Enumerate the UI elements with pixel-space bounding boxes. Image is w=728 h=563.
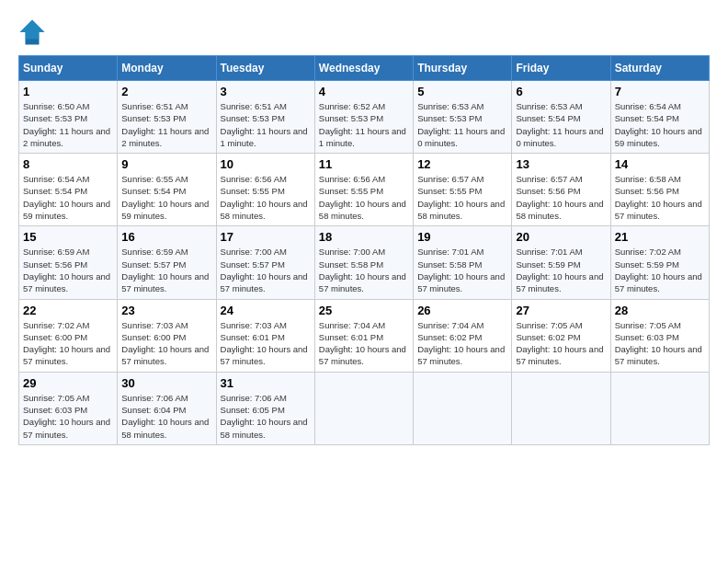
day-number: 10 bbox=[221, 157, 311, 171]
day-number: 3 bbox=[221, 85, 311, 98]
page-header bbox=[18, 18, 710, 46]
day-number: 22 bbox=[23, 304, 113, 317]
day-cell: 31Sunrise: 7:06 AM Sunset: 6:05 PM Dayli… bbox=[216, 372, 314, 444]
day-number: 6 bbox=[516, 85, 606, 98]
day-number: 29 bbox=[23, 376, 113, 390]
day-info: Sunrise: 6:52 AM Sunset: 5:53 PM Dayligh… bbox=[319, 100, 409, 149]
col-header-sunday: Sunday bbox=[19, 56, 118, 81]
day-number: 23 bbox=[121, 304, 211, 317]
day-cell bbox=[314, 372, 413, 444]
day-cell: 27Sunrise: 7:05 AM Sunset: 6:02 PM Dayli… bbox=[512, 299, 610, 372]
week-row-3: 15Sunrise: 6:59 AM Sunset: 5:56 PM Dayli… bbox=[19, 226, 710, 299]
day-cell: 1Sunrise: 6:50 AM Sunset: 5:53 PM Daylig… bbox=[19, 81, 118, 154]
week-row-1: 1Sunrise: 6:50 AM Sunset: 5:53 PM Daylig… bbox=[19, 81, 710, 154]
day-info: Sunrise: 7:05 AM Sunset: 6:02 PM Dayligh… bbox=[516, 319, 606, 368]
day-cell: 25Sunrise: 7:04 AM Sunset: 6:01 PM Dayli… bbox=[314, 299, 413, 372]
day-info: Sunrise: 6:56 AM Sunset: 5:55 PM Dayligh… bbox=[221, 173, 311, 222]
day-number: 11 bbox=[319, 157, 409, 171]
col-header-tuesday: Tuesday bbox=[216, 56, 314, 81]
day-cell: 29Sunrise: 7:05 AM Sunset: 6:03 PM Dayli… bbox=[19, 372, 118, 444]
day-info: Sunrise: 6:50 AM Sunset: 5:53 PM Dayligh… bbox=[23, 100, 113, 149]
day-info: Sunrise: 7:01 AM Sunset: 5:59 PM Dayligh… bbox=[516, 246, 606, 294]
day-number: 4 bbox=[319, 85, 409, 98]
day-number: 13 bbox=[516, 157, 606, 171]
day-info: Sunrise: 7:04 AM Sunset: 6:02 PM Dayligh… bbox=[417, 319, 507, 368]
calendar-table: SundayMondayTuesdayWednesdayThursdayFrid… bbox=[18, 55, 710, 445]
day-info: Sunrise: 7:02 AM Sunset: 6:00 PM Dayligh… bbox=[23, 319, 113, 368]
day-number: 20 bbox=[516, 230, 606, 244]
day-info: Sunrise: 7:02 AM Sunset: 5:59 PM Dayligh… bbox=[615, 246, 705, 294]
day-cell bbox=[414, 372, 512, 444]
day-cell: 19Sunrise: 7:01 AM Sunset: 5:58 PM Dayli… bbox=[414, 226, 512, 299]
day-info: Sunrise: 6:53 AM Sunset: 5:54 PM Dayligh… bbox=[516, 100, 606, 149]
day-number: 28 bbox=[615, 304, 705, 317]
day-info: Sunrise: 7:05 AM Sunset: 6:03 PM Dayligh… bbox=[23, 392, 113, 441]
day-cell: 17Sunrise: 7:00 AM Sunset: 5:57 PM Dayli… bbox=[216, 226, 314, 299]
day-cell: 11Sunrise: 6:56 AM Sunset: 5:55 PM Dayli… bbox=[314, 154, 413, 226]
week-row-5: 29Sunrise: 7:05 AM Sunset: 6:03 PM Dayli… bbox=[19, 372, 710, 444]
day-info: Sunrise: 7:03 AM Sunset: 6:00 PM Dayligh… bbox=[121, 319, 211, 368]
day-cell: 21Sunrise: 7:02 AM Sunset: 5:59 PM Dayli… bbox=[610, 226, 709, 299]
day-cell: 12Sunrise: 6:57 AM Sunset: 5:55 PM Dayli… bbox=[414, 154, 512, 226]
day-info: Sunrise: 6:56 AM Sunset: 5:55 PM Dayligh… bbox=[319, 173, 409, 222]
day-number: 21 bbox=[615, 230, 705, 244]
day-cell: 5Sunrise: 6:53 AM Sunset: 5:53 PM Daylig… bbox=[414, 81, 512, 154]
day-cell bbox=[512, 372, 610, 444]
day-number: 12 bbox=[417, 157, 507, 171]
day-number: 7 bbox=[615, 85, 705, 98]
week-row-2: 8Sunrise: 6:54 AM Sunset: 5:54 PM Daylig… bbox=[19, 154, 710, 226]
day-number: 15 bbox=[23, 230, 113, 244]
day-cell: 22Sunrise: 7:02 AM Sunset: 6:00 PM Dayli… bbox=[19, 299, 118, 372]
svg-marker-1 bbox=[20, 20, 45, 40]
day-number: 19 bbox=[417, 230, 507, 244]
day-info: Sunrise: 6:53 AM Sunset: 5:53 PM Dayligh… bbox=[417, 100, 507, 149]
day-cell: 23Sunrise: 7:03 AM Sunset: 6:00 PM Dayli… bbox=[118, 299, 216, 372]
day-info: Sunrise: 6:59 AM Sunset: 5:56 PM Dayligh… bbox=[23, 246, 113, 294]
day-info: Sunrise: 6:57 AM Sunset: 5:55 PM Dayligh… bbox=[417, 173, 507, 222]
day-number: 1 bbox=[23, 85, 113, 98]
day-info: Sunrise: 7:06 AM Sunset: 6:04 PM Dayligh… bbox=[121, 392, 211, 441]
day-number: 27 bbox=[516, 304, 606, 317]
logo-icon bbox=[18, 18, 46, 46]
day-number: 25 bbox=[319, 304, 409, 317]
day-number: 17 bbox=[221, 230, 311, 244]
col-header-thursday: Thursday bbox=[414, 56, 512, 81]
day-number: 18 bbox=[319, 230, 409, 244]
day-info: Sunrise: 6:51 AM Sunset: 5:53 PM Dayligh… bbox=[121, 100, 211, 149]
day-info: Sunrise: 6:57 AM Sunset: 5:56 PM Dayligh… bbox=[516, 173, 606, 222]
day-number: 14 bbox=[615, 157, 705, 171]
day-cell: 7Sunrise: 6:54 AM Sunset: 5:54 PM Daylig… bbox=[610, 81, 709, 154]
day-info: Sunrise: 7:05 AM Sunset: 6:03 PM Dayligh… bbox=[615, 319, 705, 368]
day-info: Sunrise: 7:04 AM Sunset: 6:01 PM Dayligh… bbox=[319, 319, 409, 368]
day-number: 16 bbox=[121, 230, 211, 244]
day-cell: 20Sunrise: 7:01 AM Sunset: 5:59 PM Dayli… bbox=[512, 226, 610, 299]
week-row-4: 22Sunrise: 7:02 AM Sunset: 6:00 PM Dayli… bbox=[19, 299, 710, 372]
day-info: Sunrise: 6:54 AM Sunset: 5:54 PM Dayligh… bbox=[615, 100, 705, 149]
day-cell: 9Sunrise: 6:55 AM Sunset: 5:54 PM Daylig… bbox=[118, 154, 216, 226]
day-cell: 30Sunrise: 7:06 AM Sunset: 6:04 PM Dayli… bbox=[118, 372, 216, 444]
day-cell: 14Sunrise: 6:58 AM Sunset: 5:56 PM Dayli… bbox=[610, 154, 709, 226]
day-number: 26 bbox=[417, 304, 507, 317]
day-number: 24 bbox=[221, 304, 311, 317]
day-cell: 8Sunrise: 6:54 AM Sunset: 5:54 PM Daylig… bbox=[19, 154, 118, 226]
col-header-wednesday: Wednesday bbox=[314, 56, 413, 81]
day-info: Sunrise: 6:59 AM Sunset: 5:57 PM Dayligh… bbox=[121, 246, 211, 294]
day-cell: 24Sunrise: 7:03 AM Sunset: 6:01 PM Dayli… bbox=[216, 299, 314, 372]
day-cell bbox=[610, 372, 709, 444]
day-number: 30 bbox=[121, 376, 211, 390]
day-number: 2 bbox=[121, 85, 211, 98]
day-cell: 2Sunrise: 6:51 AM Sunset: 5:53 PM Daylig… bbox=[118, 81, 216, 154]
day-number: 8 bbox=[23, 157, 113, 171]
day-info: Sunrise: 6:54 AM Sunset: 5:54 PM Dayligh… bbox=[23, 173, 113, 222]
day-info: Sunrise: 6:58 AM Sunset: 5:56 PM Dayligh… bbox=[615, 173, 705, 222]
day-info: Sunrise: 6:55 AM Sunset: 5:54 PM Dayligh… bbox=[121, 173, 211, 222]
header-row: SundayMondayTuesdayWednesdayThursdayFrid… bbox=[19, 56, 710, 81]
day-number: 31 bbox=[221, 376, 311, 390]
col-header-friday: Friday bbox=[512, 56, 610, 81]
day-info: Sunrise: 7:00 AM Sunset: 5:58 PM Dayligh… bbox=[319, 246, 409, 294]
day-number: 5 bbox=[417, 85, 507, 98]
day-cell: 10Sunrise: 6:56 AM Sunset: 5:55 PM Dayli… bbox=[216, 154, 314, 226]
col-header-saturday: Saturday bbox=[610, 56, 709, 81]
logo bbox=[18, 18, 50, 46]
day-info: Sunrise: 6:51 AM Sunset: 5:53 PM Dayligh… bbox=[221, 100, 311, 149]
